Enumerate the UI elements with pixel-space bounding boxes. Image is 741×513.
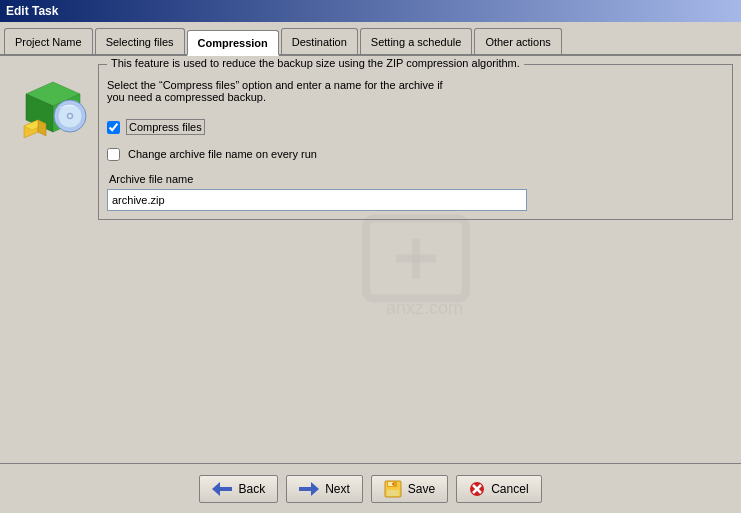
feature-panel-content: Select the “Compress files” option and e… <box>107 73 724 211</box>
panel-wrapper: This feature is used to reduce the backu… <box>98 64 733 455</box>
title-bar: Edit Task <box>0 0 741 22</box>
compress-files-row: Compress files <box>107 119 724 135</box>
change-archive-row: Change archive file name on every run <box>107 147 724 161</box>
app-icon <box>16 74 91 149</box>
feature-panel: This feature is used to reduce the backu… <box>98 64 733 220</box>
svg-marker-12 <box>212 482 232 496</box>
svg-rect-10 <box>366 218 466 298</box>
back-button[interactable]: Back <box>199 475 278 503</box>
tab-destination[interactable]: Destination <box>281 28 358 54</box>
tab-setting-schedule[interactable]: Setting a schedule <box>360 28 473 54</box>
svg-point-6 <box>68 115 71 118</box>
svg-text:anxz.com: anxz.com <box>386 297 463 317</box>
change-archive-label[interactable]: Change archive file name on every run <box>126 147 319 161</box>
archive-filename-input[interactable] <box>107 189 527 211</box>
compress-files-checkbox[interactable] <box>107 121 120 134</box>
archive-label: Archive file name <box>109 173 724 185</box>
tab-selecting-files[interactable]: Selecting files <box>95 28 185 54</box>
svg-marker-13 <box>299 482 319 496</box>
svg-point-18 <box>392 483 394 485</box>
next-button[interactable]: Next <box>286 475 363 503</box>
tab-compression[interactable]: Compression <box>187 30 279 56</box>
description-text: Select the “Compress files” option and e… <box>107 79 724 103</box>
back-arrow-icon <box>212 482 232 496</box>
svg-rect-17 <box>387 490 399 496</box>
save-icon <box>384 480 402 498</box>
bottom-bar: Back Next Save Cancel <box>0 463 741 513</box>
change-archive-checkbox[interactable] <box>107 148 120 161</box>
save-button[interactable]: Save <box>371 475 448 503</box>
tab-project-name[interactable]: Project Name <box>4 28 93 54</box>
cancel-icon <box>469 481 485 497</box>
title-bar-label: Edit Task <box>6 4 58 18</box>
next-arrow-icon <box>299 482 319 496</box>
tab-other-actions[interactable]: Other actions <box>474 28 561 54</box>
feature-panel-legend: This feature is used to reduce the backu… <box>107 57 524 69</box>
left-icon-area <box>8 64 98 455</box>
tab-strip: Project Name Selecting files Compression… <box>0 22 741 56</box>
cancel-button[interactable]: Cancel <box>456 475 541 503</box>
compress-files-label[interactable]: Compress files <box>126 119 205 135</box>
main-content: This feature is used to reduce the backu… <box>0 56 741 463</box>
